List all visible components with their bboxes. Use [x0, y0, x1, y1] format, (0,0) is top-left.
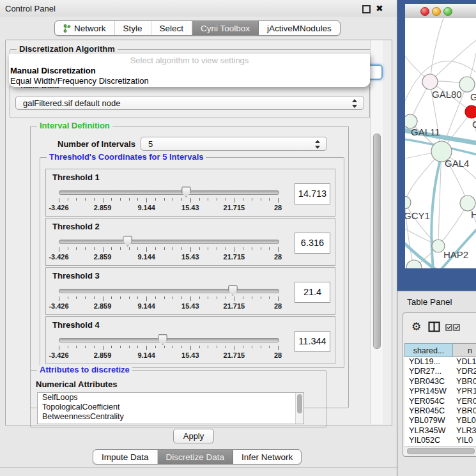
table-cell[interactable]: YDR2 — [453, 367, 476, 376]
table-cell[interactable]: YBR045C — [404, 406, 453, 416]
table-cell[interactable]: YLR3 — [453, 426, 476, 436]
threshold-value-field[interactable]: 14.713 — [295, 183, 330, 204]
tick-mark — [94, 198, 95, 201]
network-window-titlebar[interactable] — [405, 4, 476, 19]
dropdown-option-equal-width[interactable]: Equal Width/Frequency Discretization — [10, 76, 149, 86]
table-cell[interactable]: YIL052C — [404, 436, 453, 445]
label-gal80: GAL80 — [432, 89, 462, 100]
tick-label: 9.144 — [137, 253, 155, 261]
table-cell[interactable]: YBR0 — [453, 377, 476, 387]
threshold-value-field[interactable]: 11.344 — [295, 331, 330, 352]
tab-impute-data[interactable]: Impute Data — [93, 450, 158, 464]
panel-footer — [0, 467, 397, 476]
table-cell[interactable]: YBR0 — [453, 406, 476, 416]
tick-mark — [137, 247, 138, 250]
list-scrollbar-thumb[interactable] — [297, 394, 302, 413]
number-of-intervals-combobox[interactable]: 5 — [141, 137, 327, 151]
table-row[interactable]: YIL052CYIL0 — [404, 436, 476, 445]
node-table: ⚙ shared... n YDL19...YDL1YDR27...YDR2YB… — [403, 312, 476, 457]
table-cell[interactable]: YER054C — [404, 397, 453, 406]
table-row[interactable]: YBR045CYBR0 — [404, 406, 476, 416]
threshold-slider[interactable] — [59, 240, 279, 244]
close-icon[interactable]: ✖ — [376, 3, 383, 13]
tick-mark — [103, 296, 104, 301]
table-row[interactable]: YDL19...YDL1 — [404, 357, 476, 367]
threshold-panel-1: Threshold 1 -3.4262.8599.14415.4321.7152… — [45, 169, 335, 217]
gear-icon[interactable]: ⚙ — [411, 321, 421, 334]
table-cell[interactable]: YBL0 — [453, 416, 476, 426]
slider-thumb[interactable] — [123, 236, 132, 247]
tick-mark — [190, 247, 191, 252]
table-data-value: galFiltered.sif default node — [23, 98, 120, 108]
content-scrollbar[interactable] — [370, 40, 383, 424]
label-g-partial: GA — [470, 91, 476, 102]
table-data-combobox[interactable]: galFiltered.sif default node — [15, 96, 364, 110]
table-cell[interactable]: YIL0 — [453, 436, 476, 445]
column-header-name[interactable]: n — [453, 343, 476, 357]
table-cell[interactable]: YBR043C — [404, 377, 453, 387]
network-canvas[interactable]: GAL80 GA C GAL11 GAL4 GCY1 HA HAP2 — [405, 18, 476, 268]
tick-label: 2.859 — [94, 302, 112, 310]
tick-label: -3.426 — [49, 351, 68, 359]
label-gal4: GAL4 — [445, 158, 469, 169]
attribute-list-item[interactable]: SelfLoops — [38, 393, 303, 403]
table-cell[interactable]: YDR27... — [404, 367, 453, 376]
table-row[interactable]: YBL079WYBL0 — [404, 416, 476, 426]
tab-discretize-data[interactable]: Discretize Data — [158, 450, 234, 464]
tab-network[interactable]: Network — [55, 21, 115, 35]
table-cell[interactable]: YBL079W — [404, 416, 453, 426]
table-panel: Table Panel ⚙ shared... n YDL19...Y — [397, 291, 476, 476]
tick-mark — [146, 247, 147, 252]
float-window-icon[interactable] — [362, 5, 371, 13]
tab-style[interactable]: Style — [115, 21, 151, 35]
slider-thumb[interactable] — [181, 187, 191, 197]
tick-mark — [226, 296, 226, 299]
table-cell[interactable]: YPR1 — [453, 387, 476, 396]
select-columns-icon[interactable] — [445, 324, 461, 331]
table-cell[interactable]: YPR145W — [404, 387, 453, 396]
tick-mark — [111, 198, 112, 201]
table-cell[interactable]: YER0 — [453, 397, 476, 406]
threshold-value-field[interactable]: 21.4 — [295, 282, 330, 303]
threshold-panel-4: Threshold 4 -3.4262.8599.14415.4321.7152… — [45, 316, 335, 364]
tab-infer-network[interactable]: Infer Network — [233, 450, 301, 464]
attribute-list-item[interactable]: TopologicalCoefficient — [38, 403, 303, 412]
tick-mark — [226, 346, 226, 348]
table-row[interactable]: YLR345WYLR3 — [404, 426, 476, 436]
split-columns-icon[interactable] — [428, 321, 440, 332]
tick-mark — [217, 296, 217, 299]
tick-mark — [208, 198, 208, 201]
apply-button[interactable]: Apply — [173, 429, 214, 443]
column-header-shared-name[interactable]: shared... — [404, 343, 453, 357]
slider-thumb[interactable] — [158, 334, 167, 345]
tab-jactivemnodules-label: jActiveMNodules — [267, 24, 332, 33]
table-row[interactable]: YBR043CYBR0 — [404, 377, 476, 387]
mac-minimize-button[interactable] — [432, 7, 441, 16]
tick-mark — [261, 198, 261, 201]
tab-jactivemnodules[interactable]: jActiveMNodules — [259, 21, 340, 35]
table-row[interactable]: YDR27...YDR2 — [404, 367, 476, 376]
tab-cyni-toolbox[interactable]: Cyni Toolbox — [192, 21, 259, 35]
table-cell[interactable]: YDL1 — [453, 357, 476, 367]
table-hscrollbar[interactable] — [404, 446, 476, 455]
threshold-slider[interactable] — [59, 289, 279, 293]
content-scrollbar-thumb[interactable] — [373, 134, 381, 349]
threshold-slider[interactable] — [59, 190, 279, 195]
threshold-slider[interactable] — [59, 338, 279, 342]
table-hscrollbar-thumb[interactable] — [407, 448, 475, 454]
tick-mark — [120, 198, 121, 201]
table-row[interactable]: YER054CYER0 — [404, 397, 476, 406]
mac-zoom-button[interactable] — [443, 7, 452, 16]
table-row[interactable]: YPR145WYPR1 — [404, 387, 476, 396]
tab-select[interactable]: Select — [151, 21, 193, 35]
list-scrollbar[interactable] — [295, 393, 303, 424]
threshold-value-field[interactable]: 6.316 — [295, 233, 330, 254]
dropdown-option-manual[interactable]: Manual Discretization — [10, 66, 96, 75]
mac-close-button[interactable] — [420, 7, 429, 16]
table-cell[interactable]: YLR345W — [404, 426, 453, 436]
tick-mark — [155, 247, 156, 250]
slider-thumb[interactable] — [228, 285, 238, 296]
tick-mark — [76, 296, 77, 299]
attribute-list-item[interactable]: BetweennessCentrality — [38, 412, 303, 422]
table-cell[interactable]: YDL19... — [404, 357, 453, 367]
